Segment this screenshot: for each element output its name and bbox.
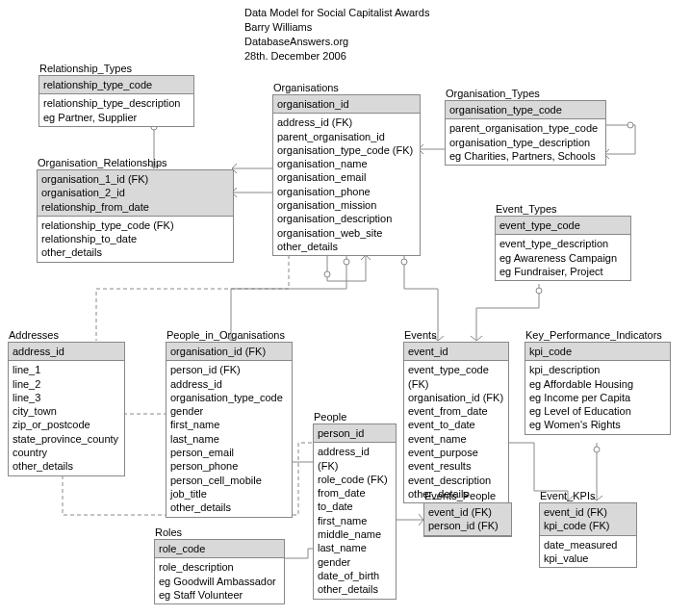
field: organisation_name bbox=[277, 157, 416, 170]
field: parent_organisation_id bbox=[277, 130, 416, 143]
entity-attrs: event_type_code (FK) organisation_id (FK… bbox=[404, 361, 508, 502]
entity-people-in-organisations: People_in_Organisations organisation_id … bbox=[166, 342, 293, 518]
field: relationship_type_code bbox=[43, 78, 190, 91]
field: job_title bbox=[170, 487, 288, 500]
field: organisation_type_description bbox=[449, 136, 601, 149]
field: event_id bbox=[408, 345, 504, 358]
field: gender bbox=[318, 555, 392, 569]
field: eg Level of Education bbox=[529, 404, 666, 418]
entity-attrs: address_id (FK) role_code (FK) from_date… bbox=[314, 443, 396, 598]
field: from_date bbox=[318, 486, 392, 500]
field: person_id (FK) bbox=[170, 363, 288, 376]
entity-relationship-types: Relationship_Types relationship_type_cod… bbox=[38, 75, 194, 127]
entity-events: Events event_id event_type_code (FK) org… bbox=[403, 342, 509, 503]
field: address_id (FK) bbox=[277, 116, 416, 129]
field: address_id bbox=[170, 377, 288, 391]
field: organisation_2_id bbox=[41, 186, 229, 199]
field: line_3 bbox=[13, 391, 120, 404]
entity-pk: relationship_type_code bbox=[39, 76, 193, 94]
field: event_purpose bbox=[408, 446, 504, 459]
entity-title: Event_Types bbox=[496, 203, 557, 215]
entity-people: People person_id address_id (FK) role_co… bbox=[313, 424, 397, 600]
field: eg Goodwill Ambassador bbox=[159, 575, 280, 588]
entity-attrs: relationship_type_code (FK) relationship… bbox=[38, 217, 233, 262]
field: zip_or_postcode bbox=[13, 418, 120, 431]
field: line_1 bbox=[13, 363, 120, 376]
field: kpi_description bbox=[529, 363, 666, 376]
author-line: Barry Williams bbox=[244, 20, 429, 35]
field: role_code (FK) bbox=[318, 473, 392, 486]
field: eg Partner, Supplier bbox=[43, 111, 190, 124]
field: eg Staff Volunteer bbox=[159, 588, 280, 602]
field: eg Affordable Housing bbox=[529, 377, 666, 391]
field: person_id bbox=[318, 426, 392, 440]
entity-pk: organisation_id bbox=[273, 95, 420, 114]
field: eg Charities, Partners, Schools bbox=[449, 149, 601, 163]
entity-pk: organisation_id (FK) bbox=[166, 343, 292, 361]
field: organisation_email bbox=[277, 170, 416, 184]
svg-point-6 bbox=[594, 447, 600, 452]
field: eg Women's Rights bbox=[529, 418, 666, 431]
field: date_measured bbox=[544, 538, 632, 552]
field: kpi_code bbox=[529, 345, 666, 358]
field: last_name bbox=[170, 432, 288, 446]
field: role_code bbox=[159, 542, 280, 555]
field: organisation_type_code (FK) bbox=[277, 143, 416, 157]
entity-title: Events bbox=[404, 329, 437, 341]
field: relationship_type_code (FK) bbox=[41, 218, 229, 232]
entity-title: Organisation_Types bbox=[446, 88, 540, 99]
entity-pk: kpi_code bbox=[525, 343, 670, 361]
entity-attrs: address_id (FK) parent_organisation_id o… bbox=[273, 114, 420, 255]
field: last_name bbox=[318, 541, 392, 554]
entity-pk: organisation_1_id (FK) organisation_2_id… bbox=[38, 170, 233, 217]
field: person_phone bbox=[170, 459, 288, 473]
entity-pk: person_id bbox=[314, 424, 396, 443]
field: relationship_from_date bbox=[41, 200, 229, 214]
field: parent_organisation_type_code bbox=[449, 121, 601, 135]
svg-point-5 bbox=[536, 288, 542, 294]
field: event_type_code bbox=[499, 218, 627, 232]
entity-events-people: Events_People event_id (FK) person_id (F… bbox=[423, 502, 512, 537]
field: other_details bbox=[170, 500, 288, 514]
field: event_to_date bbox=[408, 418, 504, 431]
field: eg Fundraiser, Project bbox=[499, 265, 627, 278]
field: organisation_id bbox=[277, 97, 416, 111]
entity-title: People_in_Organisations bbox=[166, 329, 285, 341]
field: relationship_to_date bbox=[41, 232, 229, 245]
entity-attrs: kpi_description eg Affordable Housing eg… bbox=[525, 361, 670, 433]
field: line_2 bbox=[13, 377, 120, 391]
entity-key-performance-indicators: Key_Performance_Indicators kpi_code kpi_… bbox=[525, 342, 671, 435]
entity-attrs: event_type_description eg Awareness Camp… bbox=[496, 235, 630, 280]
entity-title: People bbox=[314, 411, 346, 423]
field: organisation_type_code bbox=[449, 103, 601, 116]
field: person_cell_mobile bbox=[170, 474, 288, 487]
field: other_details bbox=[277, 240, 416, 253]
entity-event-types: Event_Types event_type_code event_type_d… bbox=[495, 216, 631, 281]
entity-pk: event_id bbox=[404, 343, 508, 361]
entity-pk: event_type_code bbox=[496, 217, 630, 235]
field: event_description bbox=[408, 474, 504, 487]
entity-title: Roles bbox=[155, 526, 182, 538]
field: relationship_type_description bbox=[43, 96, 190, 110]
diagram-header: Data Model for Social Capitalist Awards … bbox=[244, 6, 429, 63]
field: gender bbox=[170, 404, 288, 418]
field: first_name bbox=[170, 418, 288, 431]
field: organisation_id (FK) bbox=[408, 391, 504, 404]
entity-attrs: parent_organisation_type_code organisati… bbox=[446, 119, 605, 165]
entity-title: Organisation_Relationships bbox=[38, 157, 167, 168]
field: state_province_county bbox=[13, 432, 120, 446]
field: role_description bbox=[159, 560, 280, 574]
svg-point-4 bbox=[401, 259, 407, 265]
field: country bbox=[13, 446, 120, 459]
entity-pk: event_id (FK) person_id (FK) bbox=[424, 503, 511, 536]
field: city_town bbox=[13, 404, 120, 418]
field: eg Awareness Campaign bbox=[499, 251, 627, 265]
entity-pk: event_id (FK) kpi_code (FK) bbox=[540, 503, 636, 536]
field: other_details bbox=[13, 459, 120, 473]
field: organisation_phone bbox=[277, 185, 416, 198]
entity-attrs: role_description eg Goodwill Ambassador … bbox=[155, 558, 284, 603]
field: event_type_code (FK) bbox=[408, 363, 504, 391]
entity-attrs: relationship_type_description eg Partner… bbox=[39, 94, 193, 126]
svg-point-1 bbox=[627, 122, 633, 128]
field: eg Income per Capita bbox=[529, 391, 666, 404]
